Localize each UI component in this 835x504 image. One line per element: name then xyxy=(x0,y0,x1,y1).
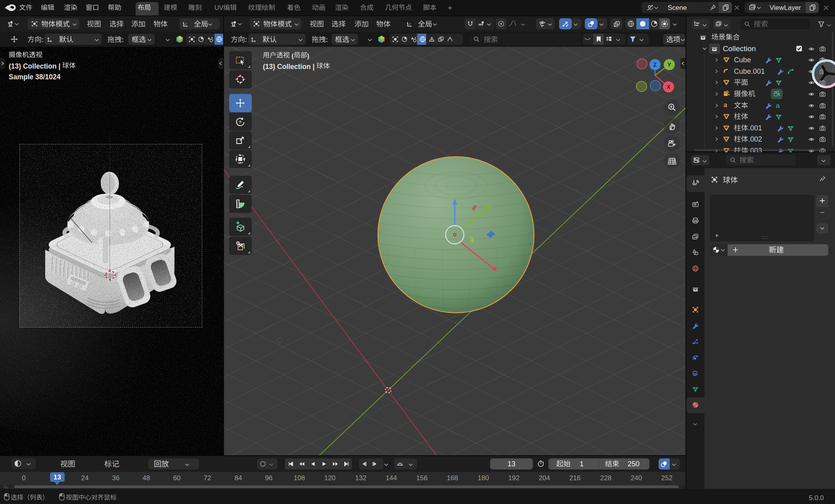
svg-text:Z: Z xyxy=(653,61,657,68)
svg-text:a: a xyxy=(724,102,727,108)
svg-text:X: X xyxy=(666,84,670,90)
svg-text:a: a xyxy=(776,102,780,109)
svg-text:Y: Y xyxy=(667,61,671,68)
